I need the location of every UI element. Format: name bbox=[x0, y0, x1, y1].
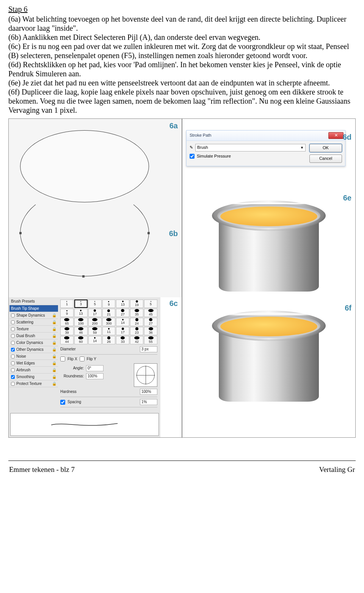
spacing-checkbox[interactable] bbox=[60, 400, 65, 405]
para-6a: (6a) Wat belichting toevoegen op het bov… bbox=[8, 14, 356, 33]
brush-thumb-size: 14 bbox=[121, 321, 125, 325]
brush-thumb[interactable]: 45 bbox=[144, 309, 157, 317]
checkbox[interactable] bbox=[11, 320, 15, 324]
brush-opt-smoothing[interactable]: Smoothing🔒 bbox=[9, 374, 58, 380]
angle-field[interactable]: 0° bbox=[86, 365, 104, 371]
chevron-down-icon: ▼ bbox=[300, 146, 304, 150]
tool-select[interactable]: Brush ▼ bbox=[195, 144, 306, 151]
paint-fill-icon bbox=[220, 317, 317, 336]
brush-opt-airbrush[interactable]: Airbrush🔒 bbox=[9, 367, 58, 374]
brush-thumb-size: 65 bbox=[65, 322, 69, 326]
checkbox[interactable] bbox=[11, 361, 15, 365]
brush-thumb[interactable]: 9 bbox=[102, 300, 116, 308]
brush-opt-protect-texture[interactable]: Protect Texture🔒 bbox=[9, 380, 58, 387]
brush-thumb[interactable]: 17 bbox=[88, 309, 102, 317]
simulate-pressure-checkbox[interactable] bbox=[190, 154, 195, 159]
brush-thumb-size: 55 bbox=[149, 340, 153, 344]
lock-icon: 🔒 bbox=[52, 327, 56, 331]
brush-thumb[interactable]: 200 bbox=[88, 318, 102, 326]
brush-thumb-size: 21 bbox=[107, 312, 111, 317]
brush-thumb[interactable]: 60 bbox=[74, 336, 88, 344]
angle-disc-icon[interactable] bbox=[134, 363, 157, 387]
label-6d: 6d bbox=[343, 132, 351, 142]
label-6e: 6e bbox=[343, 193, 351, 202]
brush-thumb[interactable]: 27 bbox=[144, 318, 157, 326]
brush-thumb[interactable]: 55 bbox=[144, 336, 157, 344]
brush-opt-scattering[interactable]: Scattering🔒 bbox=[9, 319, 58, 326]
brush-thumb[interactable]: 27 bbox=[116, 309, 129, 317]
bucket-illustration bbox=[212, 200, 326, 292]
brush-thumb[interactable]: 26 bbox=[102, 336, 116, 344]
brush-thumb[interactable]: 44 bbox=[60, 336, 74, 344]
flip-y-checkbox[interactable] bbox=[80, 356, 85, 361]
close-icon: ✕ bbox=[334, 133, 338, 138]
para-6d: (6d) Rechtsklikken op het pad, kies voor… bbox=[8, 60, 356, 78]
checkbox[interactable] bbox=[11, 382, 15, 386]
brush-thumb-size: 35 bbox=[135, 312, 139, 317]
brush-opt-noise[interactable]: Noise🔒 bbox=[9, 353, 58, 360]
brush-thumb-size: 13 bbox=[121, 303, 125, 307]
spacing-field[interactable]: 1% bbox=[140, 399, 157, 405]
checkbox[interactable] bbox=[11, 368, 15, 372]
ok-button[interactable]: OK bbox=[309, 144, 342, 152]
brush-opt-dual-brush[interactable]: Dual Brush🔒 bbox=[9, 333, 58, 339]
checkbox[interactable] bbox=[11, 341, 15, 345]
checkbox[interactable] bbox=[11, 327, 15, 331]
brush-thumb[interactable]: 36 bbox=[144, 327, 157, 335]
brush-thumb-size: 44 bbox=[65, 340, 69, 344]
brush-thumb[interactable]: 5 bbox=[144, 300, 157, 308]
label-6c: 6c bbox=[169, 299, 178, 308]
flip-x-checkbox[interactable] bbox=[60, 356, 65, 361]
diameter-field[interactable]: 3 px bbox=[140, 346, 157, 352]
brush-thumb[interactable]: 100 bbox=[74, 318, 88, 326]
brush-thumb-size: 5 bbox=[150, 302, 152, 306]
brush-thumb[interactable]: 3 bbox=[74, 300, 88, 308]
brush-thumb[interactable]: 39 bbox=[60, 327, 74, 335]
checkbox[interactable] bbox=[11, 314, 15, 317]
brush-thumb[interactable]: 9 bbox=[60, 309, 74, 317]
checkbox[interactable] bbox=[11, 375, 15, 379]
brush-opt-other-dynamics[interactable]: Other Dynamics🔒 bbox=[9, 346, 58, 353]
brush-thumb[interactable]: 300 bbox=[102, 318, 116, 326]
roundness-field[interactable]: 100% bbox=[86, 373, 104, 379]
brush-thumb-size: 23 bbox=[135, 331, 139, 335]
checkbox[interactable] bbox=[11, 334, 15, 338]
brush-thumb[interactable]: 23 bbox=[130, 327, 143, 335]
rim-reflection-thin bbox=[219, 203, 319, 204]
brush-thumb[interactable]: 33 bbox=[116, 336, 129, 344]
brush-thumb-size: 17 bbox=[121, 330, 125, 334]
brush-thumb[interactable]: 21 bbox=[102, 309, 116, 317]
brush-thumb[interactable]: 19 bbox=[130, 300, 143, 308]
cancel-button[interactable]: Cancel bbox=[309, 155, 342, 163]
brush-thumb[interactable]: 13 bbox=[116, 300, 129, 308]
brush-opt-wet-edges[interactable]: Wet Edges🔒 bbox=[9, 360, 58, 367]
close-button[interactable]: ✕ bbox=[328, 132, 344, 139]
figure-6e: 6e bbox=[182, 191, 355, 301]
brush-opt-color-dynamics[interactable]: Color Dynamics🔒 bbox=[9, 339, 58, 346]
brush-thumb[interactable]: 42 bbox=[130, 336, 143, 344]
checkbox[interactable] bbox=[11, 348, 15, 352]
checkbox[interactable] bbox=[11, 355, 15, 358]
brush-thumb[interactable]: 11 bbox=[102, 327, 116, 335]
brush-thumb[interactable]: 65 bbox=[60, 318, 74, 326]
brush-thumb-size: 14 bbox=[93, 339, 97, 343]
brush-thumb-size: 33 bbox=[121, 340, 125, 344]
anchor-dot-icon bbox=[147, 232, 150, 234]
brush-thumb[interactable]: 24 bbox=[130, 318, 143, 326]
brush-thumb-grid[interactable]: 1359131959131721273545651002003001424273… bbox=[60, 300, 157, 344]
brush-thumb[interactable]: 1 bbox=[60, 300, 74, 308]
brush-opt-texture[interactable]: Texture🔒 bbox=[9, 326, 58, 333]
brush-thumb[interactable]: 5 bbox=[88, 300, 102, 308]
brush-opt-shape-dynamics[interactable]: Shape Dynamics🔒 bbox=[9, 312, 58, 319]
brush-tip-shape-option[interactable]: Brush Tip Shape bbox=[9, 305, 58, 312]
brush-thumb[interactable]: 14 bbox=[116, 318, 129, 326]
brush-thumb[interactable]: 13 bbox=[74, 309, 88, 317]
brush-thumb[interactable]: 14 bbox=[88, 336, 102, 344]
lock-icon: 🔒 bbox=[52, 341, 56, 345]
brush-thumb[interactable]: 17 bbox=[116, 327, 129, 335]
brush-thumb[interactable]: 46 bbox=[74, 327, 88, 335]
brush-presets-header[interactable]: Brush Presets bbox=[9, 298, 58, 305]
brush-thumb[interactable]: 35 bbox=[130, 309, 143, 317]
brush-thumb[interactable]: 59 bbox=[88, 327, 102, 335]
hardness-field[interactable]: 100% bbox=[140, 389, 157, 395]
